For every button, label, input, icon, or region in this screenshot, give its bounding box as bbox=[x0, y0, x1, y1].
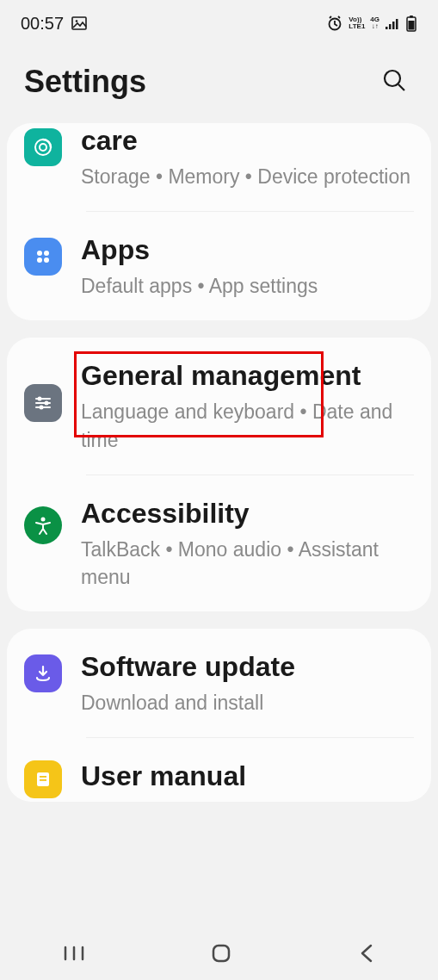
svg-point-17 bbox=[38, 397, 42, 401]
item-title: General management bbox=[81, 358, 414, 393]
page-title: Settings bbox=[24, 64, 146, 100]
search-icon bbox=[381, 83, 407, 96]
search-button[interactable] bbox=[374, 60, 414, 102]
svg-point-1 bbox=[76, 20, 78, 22]
back-icon bbox=[357, 954, 376, 967]
settings-group: Software update Download and install Use… bbox=[7, 629, 431, 802]
settings-item-user-manual[interactable]: User manual bbox=[7, 738, 431, 802]
svg-point-10 bbox=[385, 71, 400, 86]
apps-icon bbox=[24, 238, 62, 276]
settings-item-general-management[interactable]: General management Language and keyboard… bbox=[7, 338, 431, 474]
item-subtitle: Storage • Memory • Device protection bbox=[81, 163, 414, 190]
navigation-bar bbox=[0, 928, 438, 980]
accessibility-icon bbox=[24, 506, 62, 544]
svg-rect-9 bbox=[409, 21, 415, 30]
status-left: 00:57 bbox=[21, 14, 88, 34]
svg-rect-3 bbox=[386, 27, 388, 29]
svg-point-13 bbox=[37, 251, 42, 256]
recents-button[interactable] bbox=[42, 933, 106, 976]
svg-rect-4 bbox=[389, 24, 392, 29]
settings-item-accessibility[interactable]: Accessibility TalkBack • Mono audio • As… bbox=[7, 475, 431, 611]
recents-icon bbox=[63, 952, 85, 965]
settings-item-software-update[interactable]: Software update Download and install bbox=[7, 629, 431, 737]
software-update-icon bbox=[24, 654, 62, 692]
svg-rect-5 bbox=[392, 22, 395, 29]
item-title: Apps bbox=[81, 233, 414, 267]
battery-icon bbox=[405, 15, 417, 32]
settings-list: care Storage • Memory • Device protectio… bbox=[0, 123, 438, 802]
svg-rect-24 bbox=[213, 946, 229, 961]
general-management-icon bbox=[24, 384, 62, 422]
item-subtitle: TalkBack • Mono audio • Assistant menu bbox=[81, 536, 414, 591]
svg-point-18 bbox=[45, 401, 49, 406]
signal-icon bbox=[385, 16, 400, 31]
user-manual-icon bbox=[24, 760, 62, 798]
item-subtitle: Download and install bbox=[81, 689, 414, 716]
svg-rect-8 bbox=[410, 16, 413, 18]
svg-point-20 bbox=[41, 517, 46, 521]
svg-point-12 bbox=[40, 144, 46, 151]
alarm-icon bbox=[326, 15, 343, 32]
settings-item-device-care[interactable]: care Storage • Memory • Device protectio… bbox=[7, 123, 431, 211]
svg-point-15 bbox=[37, 257, 42, 263]
svg-rect-6 bbox=[396, 19, 398, 29]
settings-group: care Storage • Memory • Device protectio… bbox=[7, 123, 431, 320]
gallery-icon bbox=[71, 15, 88, 32]
item-subtitle: Language and keyboard • Date and time bbox=[81, 398, 414, 453]
device-care-icon bbox=[24, 128, 62, 166]
item-title: Software update bbox=[81, 649, 414, 684]
svg-point-14 bbox=[44, 251, 49, 256]
status-time: 00:57 bbox=[21, 14, 64, 34]
volte-indicator: Vo)) LTE1 bbox=[349, 16, 365, 30]
item-title: User manual bbox=[81, 759, 414, 793]
back-button[interactable] bbox=[336, 932, 397, 977]
status-bar: 00:57 Vo)) LTE1 4G ↓↑ bbox=[0, 0, 438, 43]
svg-rect-22 bbox=[40, 776, 46, 778]
status-right: Vo)) LTE1 4G ↓↑ bbox=[326, 15, 417, 32]
svg-point-16 bbox=[44, 257, 49, 263]
home-button[interactable] bbox=[189, 932, 253, 977]
svg-point-19 bbox=[40, 406, 44, 410]
item-subtitle: Default apps • App settings bbox=[81, 272, 414, 300]
item-title: care bbox=[81, 123, 414, 158]
svg-rect-23 bbox=[40, 779, 46, 781]
network-speed: 4G ↓↑ bbox=[370, 16, 379, 30]
settings-group: General management Language and keyboard… bbox=[7, 338, 431, 611]
page-header: Settings bbox=[0, 43, 438, 128]
settings-item-apps[interactable]: Apps Default apps • App settings bbox=[7, 212, 431, 320]
home-icon bbox=[210, 954, 232, 967]
item-title: Accessibility bbox=[81, 496, 414, 530]
